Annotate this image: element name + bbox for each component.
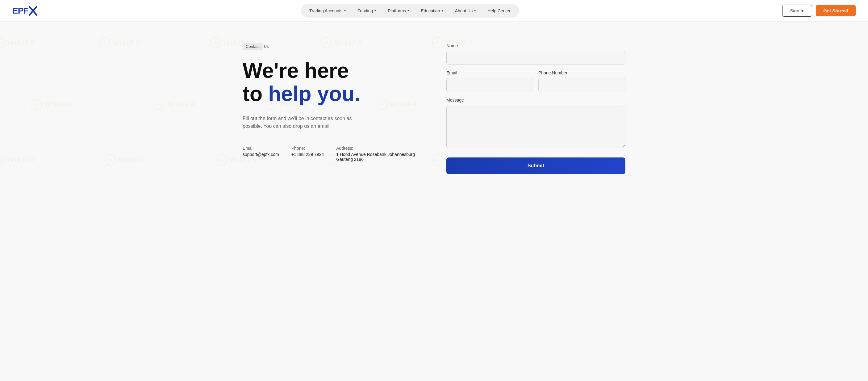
header-actions: Sign In Get Started (782, 5, 856, 17)
header: EPF Trading Accounts ▾ Funding ▾ Platfor… (0, 0, 868, 22)
hero-line2-plain: to (243, 82, 268, 105)
breadcrumb-contact[interactable]: Contact (243, 43, 263, 50)
nav-funding[interactable]: Funding ▾ (352, 6, 382, 16)
nav-help-center-label: Help Center (487, 8, 510, 13)
hero-heading: We're here to help you. (243, 59, 422, 105)
left-panel: Contact Us We're here to help you. Fill … (243, 40, 422, 174)
logo[interactable]: EPF (12, 6, 37, 16)
name-label: Name (446, 43, 625, 48)
hero-line2-blue: help you. (268, 82, 360, 105)
chevron-down-icon-education: ▾ (442, 9, 443, 12)
wm-label-1: WikiFX (7, 38, 35, 47)
nav-funding-label: Funding (358, 8, 373, 13)
address-label: Address: (336, 146, 415, 151)
nav-help-center[interactable]: Help Center (482, 6, 516, 16)
phone-input[interactable] (538, 78, 625, 92)
phone-label: Phone: (291, 146, 324, 151)
contact-form-panel: Name Email Phone Number Message Submit (446, 40, 625, 174)
wm-icon-6: ⊙ (31, 99, 42, 110)
wm-label-11: WikiFX (119, 156, 147, 164)
hero-line1: We're here (243, 59, 349, 82)
watermark-6: ⊙ WikiFX (31, 99, 72, 110)
email-form-group: Email (446, 70, 533, 92)
wm-icon-10: ⊙ (0, 154, 5, 166)
nav-platforms[interactable]: Platforms ▾ (382, 6, 414, 16)
wm-label-2: WikiFX (112, 38, 141, 47)
email-value: support@epfx.com (243, 152, 279, 157)
watermark-7: ⊙ WikiFX (154, 99, 196, 110)
main-content: Contact Us We're here to help you. Fill … (218, 22, 650, 193)
address-value: 1 Hood Avenue Rosebank JohannesburgGaute… (336, 152, 415, 162)
contact-info: Email: support@epfx.com Phone: +1 888 23… (243, 146, 422, 162)
watermark-2: ⊙ WikiFX (99, 37, 141, 48)
wm-icon-11: ⊙ (105, 154, 116, 166)
breadcrumb-us: Us (264, 44, 269, 49)
chevron-down-icon-platforms: ▾ (407, 9, 409, 12)
chevron-down-icon-about: ▾ (474, 9, 476, 12)
email-input[interactable] (446, 78, 533, 92)
wm-label-10: WikiFX (7, 156, 35, 164)
nav-about-us[interactable]: About Us ▾ (450, 6, 482, 16)
hero-description: Fill out the form and we'll be in contac… (243, 115, 372, 130)
watermark-10: ⊙ WikiFX (0, 154, 35, 166)
watermark-11: ⊙ WikiFX (105, 154, 147, 166)
submit-button[interactable]: Submit (446, 157, 625, 174)
name-form-group: Name (446, 43, 625, 65)
contact-address-block: Address: 1 Hood Avenue Rosebank Johannes… (336, 146, 415, 162)
nav-education-label: Education (421, 8, 440, 13)
watermark-1: ⊙ WikiFX (0, 37, 35, 48)
email-phone-row: Email Phone Number (446, 70, 625, 97)
email-label: Email: (243, 146, 279, 151)
wm-icon-2: ⊙ (99, 37, 110, 48)
chevron-down-icon-trading: ▾ (344, 9, 346, 12)
logo-x (29, 6, 37, 16)
chevron-down-icon-funding: ▾ (374, 9, 376, 12)
phone-form-group: Phone Number (538, 70, 625, 92)
contact-email-block: Email: support@epfx.com (243, 146, 279, 162)
main-nav: Trading Accounts ▾ Funding ▾ Platforms ▾… (301, 4, 519, 18)
email-field-label: Email (446, 70, 533, 75)
signin-button[interactable]: Sign In (782, 5, 812, 17)
wm-label-7: WikiFX (168, 100, 196, 108)
wm-icon-7: ⊙ (154, 99, 165, 110)
name-input[interactable] (446, 51, 625, 65)
message-label: Message (446, 97, 625, 102)
nav-about-us-label: About Us (455, 8, 473, 13)
nav-trading-accounts[interactable]: Trading Accounts ▾ (304, 6, 351, 16)
phone-field-label: Phone Number (538, 70, 625, 75)
message-textarea[interactable] (446, 105, 625, 148)
wm-label-6: WikiFX (44, 100, 72, 108)
nav-platforms-label: Platforms (388, 8, 406, 13)
breadcrumb: Contact Us (243, 43, 422, 50)
contact-phone-block: Phone: +1 888 239 7924 (291, 146, 324, 162)
get-started-button[interactable]: Get Started (816, 5, 856, 17)
message-form-group: Message (446, 97, 625, 149)
logo-text: EPF (12, 6, 28, 16)
nav-trading-accounts-label: Trading Accounts (309, 8, 343, 13)
wm-icon-1: ⊙ (0, 37, 5, 48)
phone-value: +1 888 239 7924 (291, 152, 324, 157)
nav-education[interactable]: Education ▾ (415, 6, 448, 16)
